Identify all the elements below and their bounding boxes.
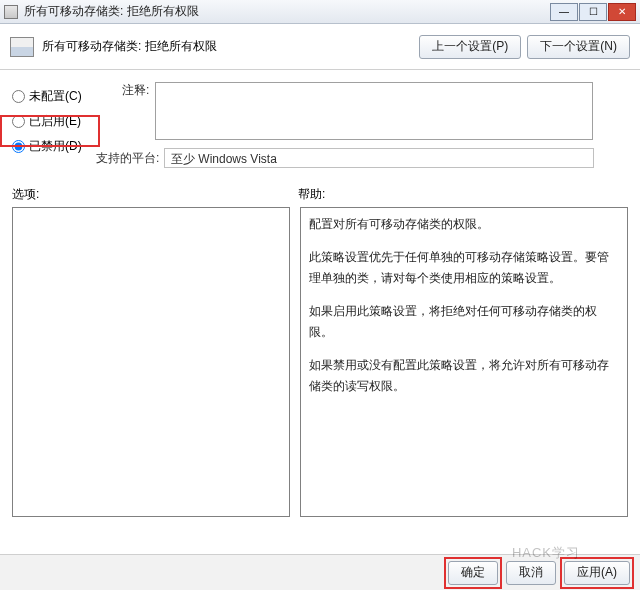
options-label: 选项:	[12, 186, 298, 203]
minimize-button[interactable]: —	[550, 3, 578, 21]
options-pane	[12, 207, 290, 517]
apply-button[interactable]: 应用(A)	[564, 561, 630, 585]
help-text-4: 如果禁用或没有配置此策略设置，将允许对所有可移动存储类的读写权限。	[309, 355, 619, 397]
radio-enabled-label: 已启用(E)	[29, 113, 81, 130]
radio-disabled-input[interactable]	[12, 140, 25, 153]
help-label: 帮助:	[298, 186, 628, 203]
help-text-1: 配置对所有可移动存储类的权限。	[309, 214, 619, 235]
platform-value: 至少 Windows Vista	[164, 148, 594, 168]
radio-enabled-input[interactable]	[12, 115, 25, 128]
help-text-3: 如果启用此策略设置，将拒绝对任何可移动存储类的权限。	[309, 301, 619, 343]
button-bar: 确定 取消 应用(A)	[0, 554, 640, 590]
help-text-2: 此策略设置优先于任何单独的可移动存储策略设置。要管理单独的类，请对每个类使用相应…	[309, 247, 619, 289]
prev-setting-button[interactable]: 上一个设置(P)	[419, 35, 521, 59]
ok-button[interactable]: 确定	[448, 561, 498, 585]
policy-icon	[10, 37, 34, 57]
cancel-button[interactable]: 取消	[506, 561, 556, 585]
radio-not-configured-label: 未配置(C)	[29, 88, 82, 105]
window-titlebar: 所有可移动存储类: 拒绝所有权限 — ☐ ✕	[0, 0, 640, 24]
app-icon	[4, 5, 18, 19]
comment-textarea[interactable]	[155, 82, 593, 140]
radio-enabled[interactable]: 已启用(E)	[12, 113, 112, 130]
dialog-title: 所有可移动存储类: 拒绝所有权限	[42, 38, 217, 55]
dialog-header: 所有可移动存储类: 拒绝所有权限 上一个设置(P) 下一个设置(N)	[0, 24, 640, 70]
window-title: 所有可移动存储类: 拒绝所有权限	[24, 3, 199, 20]
comment-label: 注释:	[122, 82, 149, 99]
radio-not-configured[interactable]: 未配置(C)	[12, 88, 112, 105]
maximize-button[interactable]: ☐	[579, 3, 607, 21]
platform-label: 支持的平台:	[96, 150, 159, 167]
help-pane: 配置对所有可移动存储类的权限。 此策略设置优先于任何单独的可移动存储策略设置。要…	[300, 207, 628, 517]
radio-disabled-label: 已禁用(D)	[29, 138, 82, 155]
close-button[interactable]: ✕	[608, 3, 636, 21]
next-setting-button[interactable]: 下一个设置(N)	[527, 35, 630, 59]
radio-not-configured-input[interactable]	[12, 90, 25, 103]
